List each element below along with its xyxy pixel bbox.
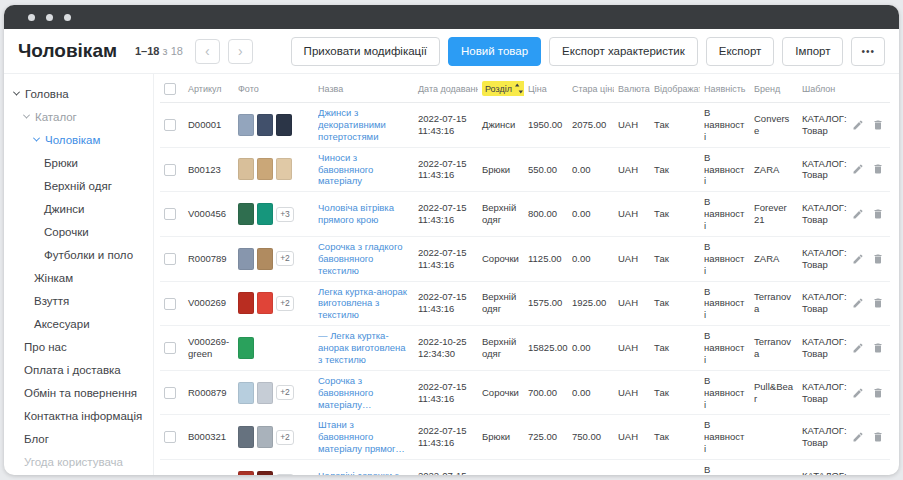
- column-header-photo[interactable]: Фото: [234, 74, 314, 103]
- import-button[interactable]: Імпорт: [782, 37, 843, 66]
- product-photo-thumbnail[interactable]: [238, 471, 254, 475]
- product-photo-thumbnail[interactable]: [257, 114, 273, 136]
- cell-brand: Terranova: [750, 281, 798, 326]
- product-photo-thumbnail[interactable]: [238, 337, 254, 359]
- sidebar-item-shirts[interactable]: Сорочки: [4, 220, 153, 243]
- row-checkbox[interactable]: [164, 431, 176, 443]
- trash-icon: [872, 253, 884, 265]
- column-header-brand[interactable]: Бренд: [750, 74, 798, 103]
- product-photo-thumbnail[interactable]: [276, 158, 292, 180]
- export-characteristics-button[interactable]: Експорт характеристик: [549, 37, 698, 66]
- column-header-stock[interactable]: Наявність: [700, 74, 750, 103]
- row-checkbox[interactable]: [164, 119, 176, 131]
- delete-button[interactable]: [872, 431, 884, 443]
- product-photo-thumbnail[interactable]: [238, 114, 254, 136]
- sidebar-item-accessories[interactable]: Аксесуари: [4, 312, 153, 335]
- column-header-price[interactable]: Ціна: [524, 74, 568, 103]
- column-header-section[interactable]: Розділ: [478, 74, 524, 103]
- product-name-link[interactable]: Джинси з декоративними потертостями: [318, 107, 410, 143]
- sidebar-item-catalog[interactable]: Каталог: [4, 105, 153, 128]
- row-checkbox[interactable]: [164, 387, 176, 399]
- delete-button[interactable]: [872, 208, 884, 220]
- row-checkbox[interactable]: [164, 253, 176, 265]
- product-photo-thumbnail[interactable]: [257, 203, 273, 225]
- product-name-link[interactable]: Чоловіча вітрівка прямого крою: [318, 202, 410, 226]
- page-title: Чоловікам: [18, 40, 117, 62]
- delete-button[interactable]: [872, 297, 884, 309]
- edit-button[interactable]: [852, 342, 864, 354]
- row-checkbox[interactable]: [164, 164, 176, 176]
- product-photo-thumbnail[interactable]: [238, 382, 254, 404]
- product-name-link[interactable]: Сорочка з гладкого бавовняного текстилю: [318, 241, 410, 277]
- row-checkbox[interactable]: [164, 342, 176, 354]
- product-photo-thumbnail[interactable]: [238, 248, 254, 270]
- sidebar-item-store-reviews[interactable]: Відгуки про магазин: [4, 473, 153, 475]
- product-photo-thumbnail[interactable]: [257, 426, 273, 448]
- sidebar-item-outerwear[interactable]: Верхній одяг: [4, 174, 153, 197]
- product-photo-thumbnail[interactable]: [257, 471, 273, 475]
- column-header-name[interactable]: Назва: [314, 74, 414, 103]
- sidebar-item-shoes[interactable]: Взуття: [4, 289, 153, 312]
- product-name-link[interactable]: Штани з бавовняного матеріалу прямого кр…: [318, 419, 410, 455]
- edit-button[interactable]: [852, 297, 864, 309]
- sidebar-item-tshirts-polo[interactable]: Футболки и поло: [4, 243, 153, 266]
- window-control-dot[interactable]: [28, 14, 35, 21]
- sidebar-item-women[interactable]: Жінкам: [4, 266, 153, 289]
- sidebar-item-payment-delivery[interactable]: Оплата і доставка: [4, 358, 153, 381]
- column-header-visible[interactable]: Відображати: [650, 74, 700, 103]
- delete-button[interactable]: [872, 253, 884, 265]
- product-photo-thumbnail[interactable]: [257, 382, 273, 404]
- prev-page-button[interactable]: ‹: [195, 39, 220, 64]
- product-photo-thumbnail[interactable]: [238, 426, 254, 448]
- sidebar-item-contacts[interactable]: Контактна інформація: [4, 404, 153, 427]
- product-photo-thumbnail[interactable]: [257, 248, 273, 270]
- delete-button[interactable]: [872, 387, 884, 399]
- column-header-date[interactable]: Дата додавання: [414, 74, 478, 103]
- edit-button[interactable]: [852, 208, 864, 220]
- edit-button[interactable]: [852, 387, 864, 399]
- sidebar-item-about[interactable]: Про нас: [4, 335, 153, 358]
- row-checkbox[interactable]: [164, 208, 176, 220]
- column-header-currency[interactable]: Валюта: [614, 74, 650, 103]
- window-control-dot[interactable]: [46, 14, 53, 21]
- product-name-link[interactable]: — Легка куртка-анорак виготовлена з текс…: [318, 330, 410, 366]
- product-photo-thumbnail[interactable]: [238, 203, 254, 225]
- column-header-template[interactable]: Шаблон: [798, 74, 852, 103]
- product-photo-thumbnail[interactable]: [276, 114, 292, 136]
- edit-button[interactable]: [852, 163, 864, 175]
- column-header-article[interactable]: Артикул: [184, 74, 234, 103]
- product-row: D00001Джинси з декоративними потертостям…: [160, 103, 890, 148]
- sidebar-item-home[interactable]: Головна: [4, 82, 153, 105]
- column-header-old_price[interactable]: Стара ціна: [568, 74, 614, 103]
- product-name-link[interactable]: Чиноси з бавовняного матеріалу: [318, 152, 410, 188]
- sidebar-item-user-agreement[interactable]: Угода користувача: [4, 450, 153, 473]
- product-name-link[interactable]: Легка куртка-анорак виготовлена з тексти…: [318, 286, 410, 322]
- row-checkbox[interactable]: [164, 298, 176, 310]
- sidebar-item-jeans[interactable]: Джинси: [4, 197, 153, 220]
- delete-button[interactable]: [872, 163, 884, 175]
- more-actions-button[interactable]: •••: [851, 37, 885, 66]
- sidebar-item-men[interactable]: Чоловікам: [4, 128, 153, 151]
- sidebar-item-blog[interactable]: Блог: [4, 427, 153, 450]
- delete-button[interactable]: [872, 119, 884, 131]
- next-page-button[interactable]: ›: [228, 39, 253, 64]
- edit-button[interactable]: [852, 431, 864, 443]
- window-control-dot[interactable]: [64, 14, 71, 21]
- hide-modifications-button[interactable]: Приховати модифікації: [291, 37, 440, 66]
- export-button[interactable]: Експорт: [706, 37, 775, 66]
- product-name-link[interactable]: Чоловічі сорочки з легкого текстилю: [318, 470, 410, 475]
- sidebar-item-trousers[interactable]: Брюки: [4, 151, 153, 174]
- product-row: B00123Чиноси з бавовняного матеріалу2022…: [160, 147, 890, 192]
- product-name-link[interactable]: Сорочка з бавовняного матеріалу притален…: [318, 375, 410, 411]
- select-all-checkbox[interactable]: [164, 83, 176, 95]
- sidebar-item-exchange-return[interactable]: Обмін та повернення: [4, 381, 153, 404]
- product-photo-thumbnail[interactable]: [238, 158, 254, 180]
- delete-button[interactable]: [872, 342, 884, 354]
- new-product-button[interactable]: Новий товар: [448, 37, 541, 66]
- cell-brand: Forever 21: [750, 192, 798, 237]
- product-photo-thumbnail[interactable]: [257, 158, 273, 180]
- edit-button[interactable]: [852, 119, 864, 131]
- product-photo-thumbnail[interactable]: [238, 292, 254, 314]
- edit-button[interactable]: [852, 253, 864, 265]
- product-photo-thumbnail[interactable]: [257, 292, 273, 314]
